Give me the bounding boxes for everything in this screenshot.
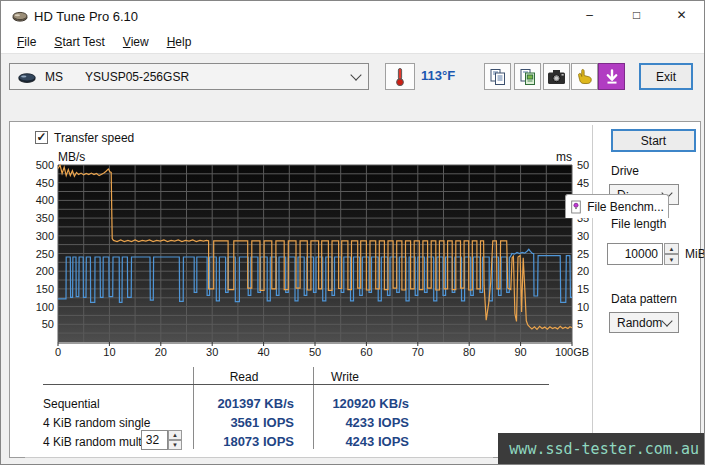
right-axis-ticks: 5045403530252015105 [577,1,607,465]
menu-item-start-test[interactable]: Start Test [45,33,113,51]
drive-model: YSUSP05-256GSR [85,70,189,84]
copy-image-icon [519,68,537,86]
data-pattern-label: Data pattern [611,292,677,306]
start-button[interactable]: Start [611,129,696,152]
temperature-button[interactable] [385,63,415,90]
x-tick-label: 100GB [555,346,589,358]
drive-label: Drive [611,164,639,178]
close-button[interactable]: ✕ [659,1,704,30]
x-tick-label: 70 [412,346,424,358]
menu-item-help[interactable]: Help [158,33,201,51]
ms-tick-label: 15 [577,283,607,295]
file-length-spin-up[interactable]: ▲ [664,243,679,254]
left-axis-unit: MB/s [58,150,85,164]
thermometer-icon [393,67,407,87]
y-tick-label: 400 [2,194,54,206]
bottom-rule [25,457,493,458]
queue-depth-spin-down[interactable]: ▼ [168,440,182,450]
queue-depth-input[interactable]: 32 [141,430,168,450]
row-label-random-single: 4 KiB random single [43,416,150,430]
drive-select[interactable]: MS YSUSP05-256GSR [9,63,369,90]
random-single-read-value: 3561 IOPS [193,415,294,430]
maximize-button[interactable]: □ [614,1,659,30]
x-axis-ticks: 0102030405060708090100GB [1,346,705,360]
y-tick-label: 500 [2,159,54,171]
copy-text-button[interactable] [484,63,511,90]
temperature-value: 113°F [421,68,455,83]
y-tick-label: 250 [2,248,54,260]
y-tick-label: 350 [2,212,54,224]
transfer-speed-chart [58,165,572,344]
data-pattern-value: Random [617,316,662,330]
camera-icon [547,69,566,85]
queue-depth-spin-up[interactable]: ▲ [168,430,182,440]
copy-pages-icon [489,68,507,86]
row-label-random-multi: 4 KiB random multi [43,435,144,449]
left-axis-ticks: 50045040035030025020015010050 [2,1,54,465]
write-column-header: Write [313,370,377,384]
read-column-header: Read [193,370,295,384]
file-length-input[interactable]: 10000 [607,243,663,265]
file-benchmark-icon [570,200,582,214]
y-tick-label: 50 [2,318,54,330]
menu-item-view[interactable]: View [114,33,158,51]
x-tick-label: 40 [257,346,269,358]
x-tick-label: 0 [55,346,61,358]
random-single-write-value: 4233 IOPS [313,415,409,430]
x-tick-label: 80 [463,346,475,358]
x-tick-label: 90 [514,346,526,358]
sequential-read-value: 201397 KB/s [193,396,294,411]
y-tick-label: 300 [2,230,54,242]
screenshot-button[interactable] [543,63,570,90]
file-length-unit: MiB [685,247,705,261]
x-tick-label: 60 [360,346,372,358]
watermark: www.ssd-tester.com.au [498,433,705,464]
ms-tick-label: 30 [577,230,607,242]
ms-tick-label: 5 [577,318,607,330]
chevron-down-icon [661,315,672,326]
y-tick-label: 150 [2,283,54,295]
ms-tick-label: 10 [577,301,607,313]
y-tick-label: 100 [2,301,54,313]
row-label-sequential: Sequential [43,397,100,411]
ms-tick-label: 45 [577,177,607,189]
header-rule [43,384,549,385]
hd-tune-window: HD Tune Pro 6.10 – □ ✕ File Start Test V… [0,0,705,465]
x-tick-label: 50 [309,346,321,358]
ms-tick-label: 25 [577,248,607,260]
right-axis-unit: ms [546,150,572,164]
file-length-label: File length [611,217,666,231]
random-multi-write-value: 4243 IOPS [313,434,409,449]
tab-file-benchmark[interactable]: File Benchm... [565,194,669,218]
x-tick-label: 20 [155,346,167,358]
sequential-write-value: 120920 KB/s [313,396,409,411]
x-tick-label: 30 [206,346,218,358]
y-tick-label: 200 [2,265,54,277]
copy-image-button[interactable] [514,63,541,90]
transfer-speed-label: Transfer speed [54,131,134,145]
x-tick-label: 10 [103,346,115,358]
exit-button[interactable]: Exit [639,63,693,90]
ms-tick-label: 50 [577,159,607,171]
random-multi-read-value: 18073 IOPS [193,434,294,449]
chevron-down-icon [350,69,361,80]
file-length-spin-down[interactable]: ▼ [664,254,679,265]
y-tick-label: 450 [2,177,54,189]
data-pattern-select[interactable]: Random [609,312,679,333]
ms-tick-label: 20 [577,265,607,277]
